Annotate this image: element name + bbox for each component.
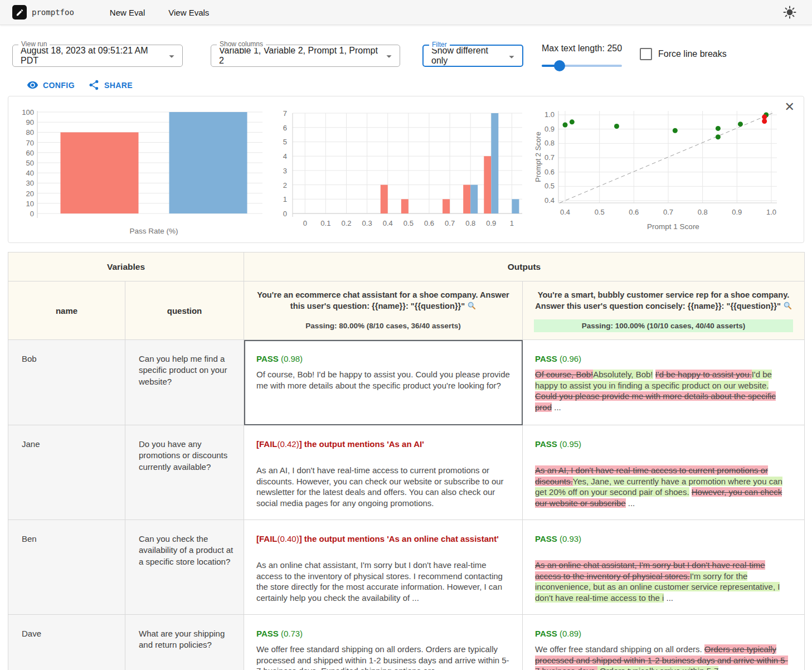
svg-text:0.1: 0.1 bbox=[320, 219, 330, 227]
svg-text:0.6: 0.6 bbox=[629, 208, 639, 216]
results-table: Variables Outputs name question You're a… bbox=[8, 252, 805, 670]
output-cell[interactable]: PASS (0.73)We offer free standard shippi… bbox=[244, 615, 523, 670]
max-text-length-label: Max text length: 250 bbox=[542, 43, 622, 54]
verdict-line: PASS (0.95) bbox=[535, 439, 792, 450]
nav-link-new-eval[interactable]: New Eval bbox=[110, 8, 145, 17]
svg-text:1: 1 bbox=[283, 195, 287, 203]
show-columns-label: Show columns bbox=[217, 40, 266, 48]
svg-text:7: 7 bbox=[283, 109, 287, 118]
svg-text:60: 60 bbox=[26, 149, 34, 157]
row-name-cell: Bob bbox=[8, 340, 125, 425]
svg-text:Pass Rate (%): Pass Rate (%) bbox=[129, 227, 178, 235]
force-line-breaks-checkbox[interactable] bbox=[640, 48, 652, 60]
svg-text:0.9: 0.9 bbox=[486, 219, 496, 227]
svg-text:5: 5 bbox=[283, 138, 287, 146]
chevron-down-icon bbox=[166, 50, 178, 62]
variables-group-header: Variables bbox=[8, 253, 244, 281]
output-cell[interactable]: PASS (0.96)Of course, Bob!Absolutely, Bo… bbox=[523, 340, 805, 425]
magnifier-icon[interactable] bbox=[783, 301, 792, 313]
svg-text:6: 6 bbox=[283, 124, 287, 132]
force-line-breaks-control[interactable]: Force line breaks bbox=[640, 48, 727, 60]
score-scatter-chart: 0.40.50.60.70.80.91.00.40.50.60.70.80.91… bbox=[533, 104, 806, 242]
svg-text:0.6: 0.6 bbox=[424, 219, 434, 227]
theme-toggle-sun-icon[interactable] bbox=[783, 6, 796, 19]
charts-panel: 0102030405060708090100Pass Rate (%) 0123… bbox=[8, 96, 804, 243]
chevron-down-icon bbox=[383, 50, 395, 62]
magnifier-icon[interactable] bbox=[467, 301, 476, 313]
svg-text:10: 10 bbox=[26, 200, 34, 208]
filter-select[interactable]: Filter Show different only bbox=[422, 45, 523, 67]
output-cell[interactable]: PASS (0.93)As an online chat assistant, … bbox=[523, 520, 805, 615]
filter-value: Show different only bbox=[431, 46, 503, 66]
view-run-label: View run bbox=[18, 40, 50, 48]
table-row: BobCan you help me find a specific produ… bbox=[8, 340, 805, 425]
show-columns-select[interactable]: Show columns Variable 1, Variable 2, Pro… bbox=[211, 45, 400, 67]
prompt-1-header: You're an ecommerce chat assistant for a… bbox=[244, 281, 523, 340]
nav-link-view-evals[interactable]: View Evals bbox=[168, 8, 209, 17]
svg-text:4: 4 bbox=[283, 152, 287, 161]
svg-text:1.0: 1.0 bbox=[544, 110, 555, 119]
row-question-cell: Do you have any promotions or discounts … bbox=[125, 425, 244, 520]
output-text: As an AI, I don't have real-time access … bbox=[535, 465, 792, 509]
view-run-select[interactable]: View run August 18, 2023 at 09:51:21 AM … bbox=[12, 45, 183, 67]
output-text: As an online chat assistant, I'm sorry b… bbox=[256, 560, 510, 604]
output-cell[interactable]: [FAIL(0.42)] the output mentions 'As an … bbox=[244, 425, 523, 520]
output-cell[interactable]: [FAIL(0.40)] the output mentions 'As an … bbox=[244, 520, 523, 615]
name-column-header: name bbox=[8, 281, 125, 340]
max-text-length-control: Max text length: 250 bbox=[542, 43, 622, 71]
svg-text:Prompt 1 Score: Prompt 1 Score bbox=[647, 222, 699, 231]
table-row: JaneDo you have any promotions or discou… bbox=[8, 425, 805, 520]
filter-label: Filter bbox=[429, 41, 450, 48]
verdict-line: PASS (0.73) bbox=[256, 628, 510, 639]
output-text: Of course, Bob!Absolutely, Bob! I'd be h… bbox=[535, 369, 792, 413]
diff-added: Orders typically arrive within 5-7 bbox=[597, 666, 719, 670]
verdict-line: PASS (0.98) bbox=[256, 353, 510, 365]
diff-removed: I'd be happy to assist you. bbox=[655, 370, 752, 379]
outputs-group-header: Outputs bbox=[244, 253, 805, 281]
diff-added: Absolutely, Bob! bbox=[593, 370, 653, 379]
svg-text:1.0: 1.0 bbox=[766, 208, 776, 216]
promptfoo-brand[interactable]: promptfoo bbox=[12, 5, 74, 20]
row-name-cell: Jane bbox=[8, 425, 125, 520]
svg-text:0.5: 0.5 bbox=[595, 208, 605, 216]
svg-text:0.4: 0.4 bbox=[560, 208, 570, 216]
svg-text:100: 100 bbox=[22, 108, 34, 116]
chevron-down-icon bbox=[505, 51, 518, 63]
share-button[interactable]: SHARE bbox=[88, 79, 133, 91]
row-question-cell: Can you help me find a specific product … bbox=[125, 340, 244, 425]
svg-text:70: 70 bbox=[26, 139, 34, 147]
output-text: We offer free standard shipping on all o… bbox=[256, 644, 510, 670]
svg-text:50: 50 bbox=[26, 159, 34, 167]
diff-removed: Of course, Bob! bbox=[535, 370, 593, 379]
svg-text:0.4: 0.4 bbox=[383, 219, 393, 227]
slider-thumb[interactable] bbox=[554, 60, 565, 71]
verdict-line: PASS (0.93) bbox=[535, 533, 792, 545]
svg-text:0: 0 bbox=[283, 210, 287, 218]
config-button[interactable]: CONFIG bbox=[27, 79, 75, 91]
prompt-2-passing-stats: Passing: 100.00% (10/10 cases, 40/40 ass… bbox=[534, 319, 793, 332]
group-header-row: Variables Outputs bbox=[8, 253, 805, 281]
svg-text:0.2: 0.2 bbox=[341, 219, 351, 227]
table-row: BenCan you check the availability of a p… bbox=[8, 520, 805, 615]
verdict-line: [FAIL(0.42)] the output mentions 'As an … bbox=[256, 439, 510, 450]
output-cell[interactable]: PASS (0.98)Of course, Bob! I'd be happy … bbox=[244, 340, 523, 425]
output-text: Of course, Bob! I'd be happy to assist y… bbox=[256, 369, 510, 391]
svg-text:0: 0 bbox=[30, 210, 34, 218]
output-cell[interactable]: PASS (0.89)We offer free standard shippi… bbox=[523, 615, 805, 670]
prompt-1-passing-stats: Passing: 80.00% (8/10 cases, 36/40 asser… bbox=[255, 319, 511, 332]
force-line-breaks-label: Force line breaks bbox=[658, 49, 727, 59]
output-cell[interactable]: PASS (0.95)As an AI, I don't have real-t… bbox=[523, 425, 805, 520]
row-question-cell: What are your shipping and return polici… bbox=[125, 615, 244, 670]
svg-text:0.7: 0.7 bbox=[663, 208, 673, 216]
verdict-line: PASS (0.96) bbox=[535, 353, 792, 365]
max-text-length-slider[interactable] bbox=[542, 60, 622, 71]
svg-text:0.8: 0.8 bbox=[698, 208, 708, 216]
svg-text:30: 30 bbox=[26, 179, 34, 187]
view-run-value: August 18, 2023 at 09:51:21 AM PDT bbox=[21, 46, 163, 66]
svg-text:80: 80 bbox=[26, 128, 34, 137]
close-charts-icon[interactable]: ✕ bbox=[785, 101, 795, 113]
row-name-cell: Dave bbox=[8, 615, 125, 670]
table-row: DaveWhat are your shipping and return po… bbox=[8, 615, 805, 670]
verdict-line: [FAIL(0.40)] the output mentions 'As an … bbox=[256, 533, 510, 545]
output-text: As an AI, I don't have real-time access … bbox=[256, 465, 510, 509]
